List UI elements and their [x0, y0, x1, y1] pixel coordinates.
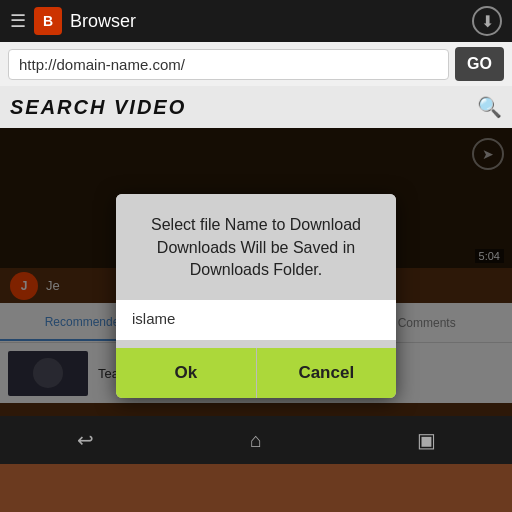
search-video-label: SEARCH VIDEO [10, 96, 469, 119]
browser-logo: B [34, 7, 62, 35]
recents-button[interactable]: ▣ [402, 420, 452, 460]
modal-buttons: Ok Cancel [116, 348, 396, 398]
ok-button[interactable]: Ok [116, 348, 257, 398]
modal-header: Select file Name to DownloadDownloads Wi… [116, 194, 396, 291]
search-bar: SEARCH VIDEO 🔍 [0, 86, 512, 128]
home-button[interactable]: ⌂ [231, 420, 281, 460]
main-content: ➤ 5:04 J Je Recommended Description Comm… [0, 128, 512, 464]
menu-icon[interactable]: ☰ [10, 10, 26, 32]
bottom-navigation: ↩ ⌂ ▣ [0, 416, 512, 464]
download-dialog: Select file Name to DownloadDownloads Wi… [116, 194, 396, 397]
top-bar: ☰ B Browser ⬇ [0, 0, 512, 42]
url-input[interactable] [8, 49, 449, 80]
modal-title: Select file Name to DownloadDownloads Wi… [136, 214, 376, 281]
search-icon[interactable]: 🔍 [477, 95, 502, 119]
cancel-button[interactable]: Cancel [257, 348, 397, 398]
modal-overlay: Select file Name to DownloadDownloads Wi… [0, 128, 512, 464]
url-bar: GO [0, 42, 512, 86]
back-button[interactable]: ↩ [60, 420, 110, 460]
filename-input[interactable]: islame [132, 310, 175, 327]
go-button[interactable]: GO [455, 47, 504, 81]
download-icon[interactable]: ⬇ [472, 6, 502, 36]
modal-input-area[interactable]: islame [116, 300, 396, 340]
browser-title: Browser [70, 11, 464, 32]
